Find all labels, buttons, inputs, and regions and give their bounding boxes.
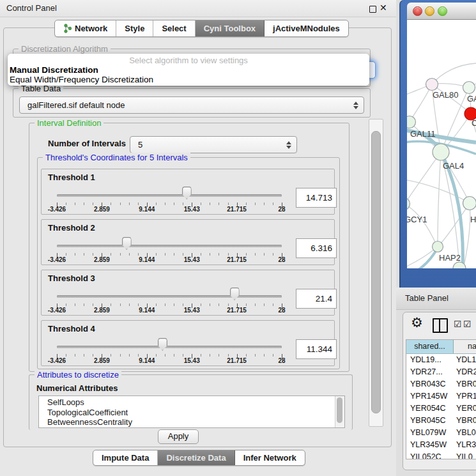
minimize-traffic-light[interactable] <box>425 6 434 16</box>
scrollbar-thumb[interactable] <box>371 131 381 413</box>
main-vertical-scrollbar[interactable] <box>369 119 383 427</box>
control-panel-tabs: Network Style Select Cyni Toolbox jActiv… <box>54 20 349 37</box>
slider-tick <box>84 253 84 256</box>
network-edge[interactable] <box>439 203 470 245</box>
threshold-value-field[interactable]: 21.4 <box>296 289 337 309</box>
table-row[interactable]: YER054CYER0 <box>406 403 476 415</box>
network-node-label: GAL4 <box>443 161 464 171</box>
threshold-value-field[interactable]: 14.713 <box>296 188 337 208</box>
tab-infer-network[interactable]: Infer Network <box>235 450 305 465</box>
close-traffic-light[interactable] <box>413 6 422 16</box>
slider-tick <box>201 203 201 205</box>
table-row[interactable]: YBL079WYBL0 <box>406 427 476 439</box>
cell-shared-name: YDR27... <box>406 366 454 378</box>
number-of-intervals-label: Number of Intervals <box>48 139 126 148</box>
network-node-GAL80[interactable] <box>426 79 438 91</box>
table-row[interactable]: YDL19...YDL1 <box>406 354 476 366</box>
network-edge[interactable] <box>407 152 441 205</box>
number-of-intervals-spinner[interactable]: 5 <box>130 136 297 153</box>
network-graph[interactable]: GAL80GACGAL11GAL4GCY1HHAP2 <box>407 20 476 268</box>
slider-tick <box>210 203 210 205</box>
dropdown-option-equal-width[interactable]: Equal Width/Frequency Discretization <box>8 75 369 84</box>
tab-cyni-toolbox[interactable]: Cyni Toolbox <box>196 20 265 36</box>
slider-tick <box>210 253 210 256</box>
split-table-icon[interactable] <box>433 318 448 333</box>
threshold-slider-track[interactable] <box>57 194 282 197</box>
threshold-value-field[interactable]: 11.344 <box>296 339 337 359</box>
zoom-traffic-light[interactable] <box>438 6 447 16</box>
slider-tick <box>138 303 139 306</box>
threshold-slider-thumb[interactable] <box>158 338 167 351</box>
tab-jactivemnodules[interactable]: jActiveMNodules <box>265 20 348 36</box>
network-edge[interactable] <box>438 152 441 245</box>
attributes-list-scrollbar[interactable] <box>335 396 344 427</box>
slider-tick <box>93 203 93 205</box>
network-canvas[interactable]: GAL80GACGAL11GAL4GCY1HHAP2 <box>407 20 476 268</box>
slider-tick <box>255 253 256 256</box>
control-panel-titlebar: Control Panel ✕ <box>0 0 396 17</box>
threshold-slider-track[interactable] <box>57 346 282 348</box>
network-node-GAL4[interactable] <box>433 144 449 160</box>
table-row[interactable]: YBR045CYBR0 <box>406 415 476 427</box>
dropdown-option-manual[interactable]: Manual Discretization <box>8 65 369 75</box>
slider-tick <box>156 203 157 205</box>
network-node-GA[interactable] <box>463 82 475 94</box>
float-window-icon[interactable] <box>369 6 376 13</box>
table-row[interactable]: YPR145WYPR1 <box>406 390 476 403</box>
threshold-slider-thumb[interactable] <box>230 288 240 300</box>
slider-tick <box>201 253 201 256</box>
threshold-value-field[interactable]: 6.316 <box>296 238 337 258</box>
checkbox-icon[interactable]: ☑ <box>463 319 472 328</box>
tab-network[interactable]: Network <box>55 20 116 36</box>
tab-style[interactable]: Style <box>116 20 153 36</box>
table-header-row: shared... na <box>406 340 476 354</box>
table-data-combobox[interactable]: galFiltered.sif default node <box>19 96 364 114</box>
threshold-slider-track[interactable] <box>57 245 282 247</box>
table-row[interactable]: YLR345WYLR3 <box>406 439 476 451</box>
slider-scale-label: -3.426 <box>48 256 66 263</box>
network-edge[interactable] <box>407 204 436 245</box>
dropdown-placeholder-item[interactable]: Select algorithm to view settings <box>8 54 369 65</box>
attribute-list-item[interactable]: BetweennessCentrality <box>39 417 344 427</box>
table-row[interactable]: YIL052CYIL0 <box>406 451 476 459</box>
network-view-window: GAL80GACGAL11GAL4GCY1HHAP2 <box>399 0 476 288</box>
tab-discretize-data[interactable]: Discretize Data <box>158 450 234 465</box>
slider-tick <box>156 354 157 357</box>
cell-name: YDL1 <box>454 354 476 366</box>
network-node-GCY1[interactable] <box>407 198 410 210</box>
checkbox-icon[interactable]: ☑ <box>454 319 462 328</box>
table-row[interactable]: YBR043CYBR0 <box>406 378 476 390</box>
apply-button[interactable]: Apply <box>158 429 199 444</box>
table-row[interactable]: YDR27...YDR2 <box>406 366 476 378</box>
slider-tick <box>174 203 174 205</box>
interval-definition-title: Interval Definition <box>35 118 104 128</box>
network-node-HAP2[interactable] <box>433 242 443 252</box>
threshold-slider-thumb[interactable] <box>122 237 132 250</box>
table-panel-title: Table Panel <box>405 293 449 303</box>
slider-tick <box>219 253 219 256</box>
column-header-shared-name[interactable]: shared... <box>406 340 454 353</box>
close-icon[interactable]: ✕ <box>380 3 387 13</box>
slider-scale-label: 9.144 <box>139 256 155 263</box>
column-header-name[interactable]: na <box>454 340 476 353</box>
network-edge[interactable] <box>410 84 432 122</box>
network-window-titlebar <box>407 3 476 20</box>
slider-tick <box>210 303 210 306</box>
numerical-attributes-list[interactable]: SelfLoopsTopologicalCoefficientBetweenne… <box>38 395 345 428</box>
gear-icon[interactable]: ⚙ <box>411 315 423 330</box>
network-node-GAL11[interactable] <box>407 116 416 128</box>
tab-impute-data[interactable]: Impute Data <box>93 450 158 465</box>
threshold-label: Threshold 4 <box>48 324 95 334</box>
slider-tick <box>84 303 84 306</box>
slider-tick <box>264 203 265 205</box>
slider-tick <box>273 253 273 256</box>
cell-name: YBR0 <box>454 378 476 390</box>
attribute-list-item[interactable]: SelfLoops <box>39 397 344 408</box>
cell-name: YIL0 <box>454 451 473 459</box>
attribute-list-item[interactable]: TopologicalCoefficient <box>39 408 344 418</box>
network-node-H[interactable] <box>463 197 476 210</box>
tab-select[interactable]: Select <box>153 20 195 36</box>
slider-scale-label: 9.144 <box>139 357 155 364</box>
threshold-slider-track[interactable] <box>57 295 282 298</box>
threshold-slider-thumb[interactable] <box>182 187 192 199</box>
